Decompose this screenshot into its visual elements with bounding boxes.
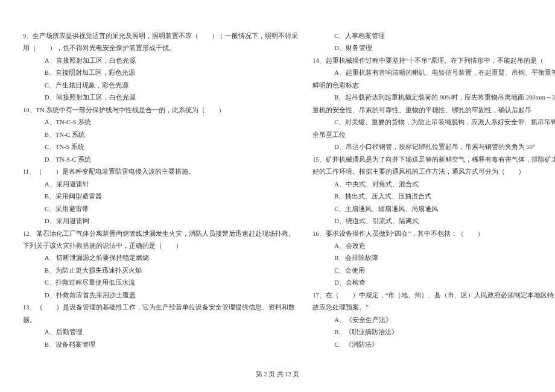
q15-line1: 15、矿井机械通风是为了向井下输送足够的新鲜空气，稀释有毒有害气体，排除矿尘，保…	[312, 154, 555, 166]
q11-opt-d: D、采用避雷网	[23, 215, 298, 227]
q12-opt-b: B、为防止更大损失迅速扑灭火焰	[23, 265, 298, 277]
q13-opt-d: D、财务管理	[312, 42, 555, 54]
q16-line1: 16、要求设备操作人员做到“四会”，其中不包括：（ ）	[312, 228, 555, 240]
q17-opt-a: A、《安全生产法》	[312, 314, 555, 326]
right-column: C、人事档案管理 D、财务管理 14、起重机械操作过程中要坚持“十不吊”原理。在…	[312, 30, 555, 351]
q13-opt-c: C、人事档案管理	[312, 30, 555, 42]
q13-line1: 13、（ ）是设备管理的基础性工作，它为生产经营单位设备安全管理提供信息、资料和…	[23, 302, 298, 314]
q10-opt-c: C、TN-S 系统	[23, 141, 298, 153]
q14-line1: 14、起重机械操作过程中要坚持“十不吊”原理。在下列情形中，不能起吊的是（ ）	[312, 55, 555, 67]
q11-line1: 11、（ ）是各种变配电装置防雷电侵入波的主要措施。	[23, 166, 298, 178]
q14-opt-a-l2: 鲜明的色彩标志	[312, 80, 555, 92]
page-content: 9、生产场所应提供视觉适宜的采光及照明，照明装置不应（ ）；一般情况下，照明不得…	[0, 0, 555, 351]
q12-opt-a: A、切断泄漏源之前要保持稳定燃烧	[23, 252, 298, 264]
q10-opt-b: B、TN-C 系统	[23, 129, 298, 141]
q17-opt-c: C、《消防法》	[312, 339, 555, 351]
q15-opt-d: D、绕道式、引流式、隔离式	[312, 215, 555, 227]
q12-line2: 下列关于该火灾扑救措施的说法中，正确的是（ ）	[23, 240, 298, 252]
q11-opt-b: B、采用阀型避雷器	[23, 191, 298, 203]
q13-opt-b: B、设备档案管理	[23, 339, 298, 351]
q15-opt-c: C、主扇通风、辅扇通风、局扇通风	[312, 203, 555, 215]
q10-opt-a: A、TN-C-S 系统	[23, 116, 298, 128]
q9-opt-c: C、产生炫目现象，彩色光源	[23, 80, 298, 92]
q16-opt-c: C、会使用	[312, 265, 555, 277]
q16-opt-a: A、会改造	[312, 240, 555, 252]
q14-opt-b-l1: B、起吊载荷达到起重机额定载荷的 90%时，应先将重物吊离地面 200mm～30…	[312, 92, 555, 104]
q10-opt-d: D、TN-S-C 系统	[23, 154, 298, 166]
q9-opt-a: A、直接照射加工区，白色光源	[23, 55, 298, 67]
q15-line2: 好的工作环境。根据主要的通风机的工作方法，通风方式可分为（ ）	[312, 166, 555, 178]
q13-line2: 据。	[23, 314, 298, 326]
q14-opt-d: D、吊运小口径钢管，按标记绑扎位置起吊，吊索与钢管的夹角为 50°	[312, 141, 555, 153]
q15-opt-b: B、抽出式、压入式、压抽混合式	[312, 191, 555, 203]
q11-opt-c: C、采用避雷带	[23, 203, 298, 215]
q16-opt-d: D、会检查	[312, 277, 555, 289]
q11-opt-a: A、采用避雷针	[23, 179, 298, 191]
q9-opt-b: B、直接照射加工区，彩色光源	[23, 67, 298, 79]
q12-line1: 12、某石油化工厂气体分离装置丙烷管线泄漏发生火灾，消防人员接警后迅速赶赴现场扑…	[23, 228, 298, 240]
q17-line2: 故应急处理预案。”	[312, 302, 555, 314]
q17-line1: 17、在（ ）中规定，“市（地、州）、县（市、区）人民政府必须制定本地区特大安全…	[312, 289, 555, 302]
q12-opt-c: C、扑救过程尽量使用低压水流	[23, 277, 298, 289]
q16-opt-b: B、会排除故障	[312, 252, 555, 264]
q9-opt-d: D、间接照射加工区，白色光源	[23, 92, 298, 104]
q13-opt-a: A、后勤管理	[23, 326, 298, 338]
q14-opt-c-l1: C、对关键、重要的货物，为防止吊装绳脱钩，应派人系好安全带、抓吊吊钩随重物一道安	[312, 116, 555, 128]
q9-line2: 用（ ），也不得对光电安全保护装置形成干扰。	[23, 42, 298, 54]
q17-opt-b: B、《职业病防治法》	[312, 326, 555, 338]
q15-opt-a: A、中央式、对角式、混合式	[312, 179, 555, 191]
left-column: 9、生产场所应提供视觉适宜的采光及照明，照明装置不应（ ）；一般情况下，照明不得…	[23, 30, 298, 351]
page-footer: 第 2 页 共 12 页	[0, 370, 555, 379]
q10-line1: 10、TN 系统中有一部分保护线与中性线是合一的，此系统为（ ）	[23, 104, 298, 116]
q12-opt-d: D、扑救前应首先采用沙土覆盖	[23, 289, 298, 302]
q14-opt-a-l1: A、起重机装有音响清晰的喇叭、电铃信号装置，在起重臂、吊钩、平衡重等转动体上标有	[312, 67, 555, 79]
q14-opt-b-l2: 重机的安全性、吊索的可靠性、重物的平稳性、绑扎的牢固性，确认后起吊	[312, 104, 555, 116]
q14-opt-c-l2: 全吊至工位	[312, 129, 555, 141]
q9-line1: 9、生产场所应提供视觉适宜的采光及照明，照明装置不应（ ）；一般情况下，照明不得…	[23, 30, 298, 42]
